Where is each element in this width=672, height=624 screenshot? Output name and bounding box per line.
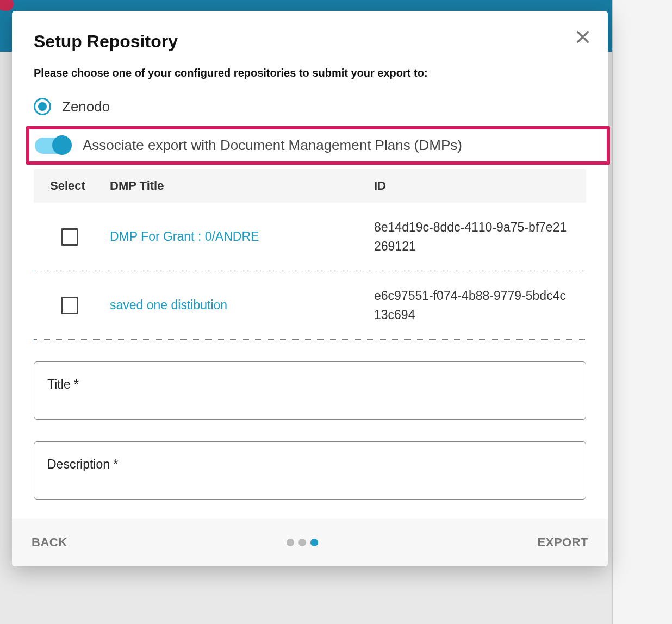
radio-selected-dot bbox=[38, 102, 47, 111]
highlight-box: Associate export with Document Managemen… bbox=[26, 126, 610, 165]
step-dot-2[interactable] bbox=[298, 539, 306, 546]
step-dot-3[interactable] bbox=[310, 539, 318, 546]
dmp-title-link[interactable]: saved one distibution bbox=[110, 298, 374, 313]
header-select: Select bbox=[50, 179, 110, 193]
repository-radio-row[interactable]: Zenodo bbox=[34, 95, 586, 126]
toggle-thumb bbox=[52, 135, 72, 155]
header-id: ID bbox=[374, 179, 570, 193]
modal-footer: BACK EXPORT bbox=[12, 519, 608, 566]
header-title: DMP Title bbox=[110, 179, 374, 193]
table-header: Select DMP Title ID bbox=[34, 169, 586, 203]
row-checkbox[interactable] bbox=[61, 297, 78, 314]
radio-button[interactable] bbox=[34, 98, 51, 115]
dmp-table: Select DMP Title ID DMP For Grant : 0/AN… bbox=[34, 169, 586, 340]
dmp-title-link[interactable]: DMP For Grant : 0/ANDRE bbox=[110, 229, 374, 244]
dmp-id: 8e14d19c-8ddc-4110-9a75-bf7e21269121 bbox=[374, 218, 570, 255]
instruction-text: Please choose one of your configured rep… bbox=[34, 67, 586, 79]
associate-dmp-toggle[interactable] bbox=[35, 138, 71, 154]
export-button[interactable]: EXPORT bbox=[538, 535, 588, 550]
table-row: saved one distibution e6c97551-f074-4b88… bbox=[34, 271, 586, 340]
back-button[interactable]: BACK bbox=[32, 535, 67, 550]
setup-repository-modal: Setup Repository Please choose one of yo… bbox=[12, 11, 608, 566]
modal-header: Setup Repository bbox=[12, 11, 608, 63]
radio-label: Zenodo bbox=[62, 98, 110, 115]
table-row: DMP For Grant : 0/ANDRE 8e14d19c-8ddc-41… bbox=[34, 203, 586, 271]
associate-dmp-toggle-row: Associate export with Document Managemen… bbox=[35, 137, 601, 154]
row-checkbox[interactable] bbox=[61, 228, 78, 246]
close-icon bbox=[575, 29, 590, 45]
description-field[interactable]: Description * bbox=[34, 441, 586, 500]
step-dot-1[interactable] bbox=[287, 539, 294, 546]
background-right-column bbox=[612, 0, 672, 624]
title-field[interactable]: Title * bbox=[34, 361, 586, 420]
dmp-id: e6c97551-f074-4b88-9779-5bdc4c13c694 bbox=[374, 286, 570, 324]
title-label: Title * bbox=[47, 377, 573, 392]
stepper bbox=[287, 539, 318, 546]
toggle-label: Associate export with Document Managemen… bbox=[83, 137, 462, 154]
modal-body: Please choose one of your configured rep… bbox=[12, 63, 608, 566]
close-button[interactable] bbox=[573, 27, 593, 47]
modal-title: Setup Repository bbox=[34, 32, 586, 52]
description-label: Description * bbox=[47, 457, 573, 472]
